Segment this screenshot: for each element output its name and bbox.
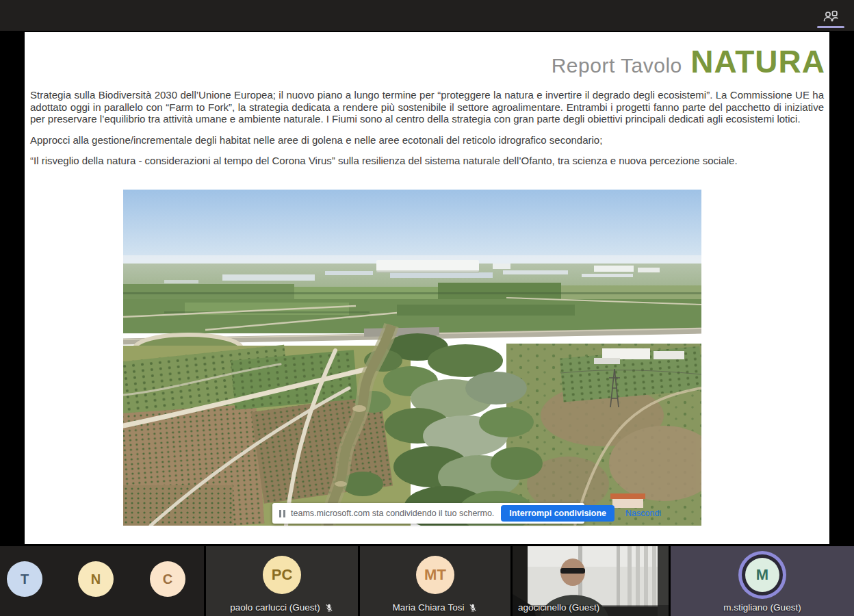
participant-name: paolo carlucci (Guest) — [230, 602, 320, 613]
active-tab-underline — [817, 26, 844, 28]
slide-title-light: Report Tavolo — [552, 54, 682, 77]
slide-paragraph: Approcci alla gestione/incrementale degl… — [30, 134, 824, 146]
slide-paragraph: “Il risveglio della natura - considerazi… — [30, 155, 824, 167]
avatar-speaking: M — [745, 558, 779, 592]
presentation-slide: Report Tavolo NATURA Strategia sulla Bio… — [25, 32, 829, 544]
share-message: teams.microsoft.com sta condividendo il … — [291, 509, 494, 518]
participant-tile[interactable]: PC paolo carlucci (Guest) — [206, 546, 358, 616]
participants-strip: T N C PC paolo carlucci (Guest) MT — [0, 546, 854, 616]
chrome-share-bar: teams.microsoft.com sta condividendo il … — [272, 503, 584, 524]
mic-muted-icon — [324, 603, 334, 613]
avatar: PC — [263, 556, 301, 594]
participant-tile-group[interactable]: T N C — [0, 546, 204, 616]
participant-video-tile[interactable]: agocicinello (Guest) — [513, 546, 669, 616]
avatar: N — [78, 561, 114, 597]
slide-paragraph: Strategia sulla Biodiversità 2030 dell’U… — [30, 89, 824, 125]
aerial-photo — [123, 190, 701, 526]
teams-meeting-screen: Report Tavolo NATURA Strategia sulla Bio… — [0, 0, 854, 616]
mouse-cursor — [688, 355, 701, 526]
hide-share-bar-link[interactable]: Nascondi — [625, 509, 661, 518]
slide-title-strong: NATURA — [690, 44, 825, 79]
avatar: C — [150, 561, 185, 597]
participant-name: agocicinello (Guest) — [518, 602, 599, 613]
participant-tile[interactable]: MT Maria Chiara Tosi — [360, 546, 510, 616]
participants-button[interactable] — [816, 3, 846, 30]
participant-name: Maria Chiara Tosi — [393, 602, 465, 613]
slide-title: Report Tavolo NATURA — [25, 43, 825, 80]
participant-tile[interactable]: M m.stigliano (Guest) — [671, 546, 854, 616]
avatar: T — [7, 561, 42, 597]
mic-muted-icon — [468, 603, 478, 613]
avatar: MT — [416, 556, 454, 594]
people-icon — [821, 6, 840, 25]
meeting-top-bar — [0, 0, 854, 31]
participant-name: m.stigliano (Guest) — [723, 602, 801, 613]
stop-sharing-button[interactable]: Interrompi condivisione — [501, 505, 614, 522]
screen-share-stage: Report Tavolo NATURA Strategia sulla Bio… — [0, 31, 854, 546]
tab-share-icon — [279, 510, 285, 517]
